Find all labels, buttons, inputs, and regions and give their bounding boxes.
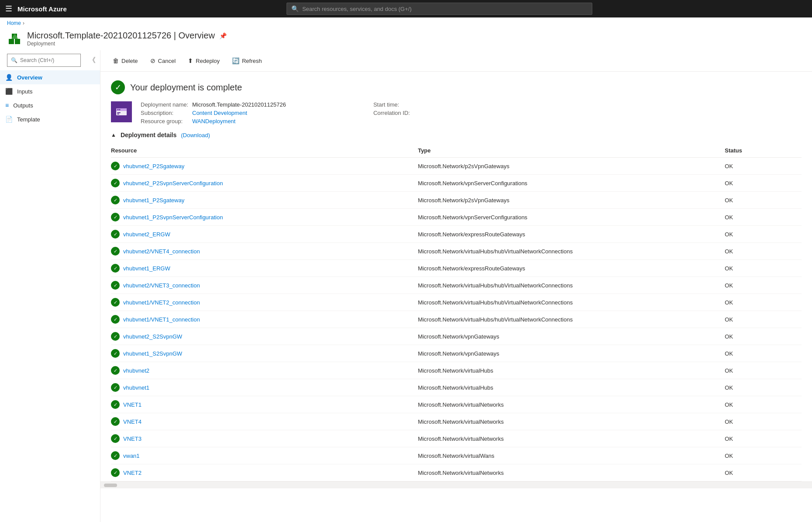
resource-link[interactable]: vhubvnet2_P2Sgateway [123, 163, 184, 169]
resource-link[interactable]: vhubvnet2_S2SvpnGW [123, 333, 182, 340]
sidebar-label-template: Template [17, 116, 40, 123]
table-row: ✓ vhubvnet1/VNET1_connection Microsoft.N… [111, 311, 802, 328]
global-search-box[interactable]: 🔍 [287, 3, 592, 15]
breadcrumb-home[interactable]: Home [7, 20, 21, 26]
type-cell: Microsoft.Network/virtualHubs/hubVirtual… [418, 243, 725, 260]
table-row: ✓ VNET4 Microsoft.Network/virtualNetwork… [111, 413, 802, 430]
bottom-scrollbar[interactable] [100, 481, 812, 488]
resource-link[interactable]: vhubvnet2_ERGW [123, 231, 170, 238]
table-row: ✓ vhubvnet1_S2SvpnGW Microsoft.Network/v… [111, 345, 802, 362]
resource-cell: ✓ VNET4 [111, 413, 418, 430]
delete-icon: 🗑 [113, 57, 119, 64]
pin-icon[interactable]: 📌 [219, 32, 227, 39]
sidebar-item-template[interactable]: 📄 Template [0, 112, 100, 126]
status-title: Your deployment is complete [130, 83, 242, 93]
svg-rect-8 [117, 112, 121, 113]
table-row: ✓ vhubvnet2/VNET4_connection Microsoft.N… [111, 243, 802, 260]
resource-icon [7, 31, 23, 47]
status-cell: OK [725, 175, 802, 192]
type-cell: Microsoft.Network/virtualHubs [418, 362, 725, 379]
status-cell: OK [725, 430, 802, 447]
sidebar-item-overview[interactable]: 👤 Overview [0, 70, 100, 84]
row-check-icon: ✓ [111, 298, 120, 307]
hamburger-menu[interactable]: ☰ [5, 4, 12, 14]
sidebar-collapse-button[interactable]: 《 [86, 54, 98, 67]
status-cell: OK [725, 345, 802, 362]
resource-title-group: Microsoft.Template-20210201125726 | Over… [27, 31, 227, 47]
resource-cell: ✓ vhubvnet1_P2Sgateway [111, 192, 418, 209]
row-check-icon: ✓ [111, 332, 120, 341]
svg-rect-0 [9, 39, 14, 44]
resource-link[interactable]: vhubvnet1/VNET1_connection [123, 316, 200, 323]
status-cell: OK [725, 362, 802, 379]
resource-link[interactable]: vwan1 [123, 453, 140, 459]
resource-link[interactable]: vhubvnet2/VNET3_connection [123, 282, 200, 289]
global-search-input[interactable] [302, 6, 587, 12]
resource-link[interactable]: vhubvnet1_P2SvpnServerConfiguration [123, 214, 223, 221]
sidebar-nav: 👤 Overview ⬛ Inputs ≡ Outputs 📄 Template [0, 70, 100, 126]
resource-cell: ✓ vwan1 [111, 447, 418, 464]
resource-link[interactable]: vhubvnet1_P2Sgateway [123, 197, 184, 204]
status-cell: OK [725, 192, 802, 209]
cancel-button[interactable]: ⊘ Cancel [145, 55, 181, 67]
resource-link[interactable]: vhubvnet1 [123, 384, 149, 391]
type-cell: Microsoft.Network/vpnServerConfiguration… [418, 209, 725, 226]
table-row: ✓ VNET3 Microsoft.Network/virtualNetwork… [111, 430, 802, 447]
redeploy-button[interactable]: ⬆ Redeploy [183, 55, 225, 67]
status-cell: OK [725, 260, 802, 277]
resource-link[interactable]: vhubvnet1_ERGW [123, 265, 170, 272]
type-cell: Microsoft.Network/vpnGateways [418, 328, 725, 345]
deployment-info: Deployment name: Microsoft.Template-2021… [100, 101, 812, 131]
collapse-icon[interactable]: ▲ [111, 132, 116, 138]
breadcrumb: Home › [0, 17, 812, 29]
resource-link[interactable]: vhubvnet2_P2SvpnServerConfiguration [123, 180, 223, 187]
row-check-icon: ✓ [111, 417, 120, 426]
meta-row-subscription: Subscription: Content Development [141, 110, 286, 116]
download-link[interactable]: (Download) [181, 132, 210, 138]
resource-cell: ✓ VNET2 [111, 464, 418, 481]
resource-link[interactable]: VNET3 [123, 436, 142, 442]
sidebar-item-inputs[interactable]: ⬛ Inputs [0, 84, 100, 98]
resource-cell: ✓ vhubvnet2/VNET3_connection [111, 277, 418, 294]
subscription-link[interactable]: Content Development [192, 110, 247, 116]
table-row: ✓ vhubvnet1_ERGW Microsoft.Network/expre… [111, 260, 802, 277]
resource-link[interactable]: vhubvnet1_S2SvpnGW [123, 350, 182, 357]
resource-cell: ✓ vhubvnet2 [111, 362, 418, 379]
table-row: ✓ vhubvnet2_P2Sgateway Microsoft.Network… [111, 158, 802, 175]
refresh-button[interactable]: 🔄 Refresh [227, 55, 267, 67]
resource-link[interactable]: VNET4 [123, 418, 142, 425]
type-cell: Microsoft.Network/virtualNetworks [418, 413, 725, 430]
resource-link[interactable]: VNET2 [123, 470, 142, 476]
resource-link[interactable]: vhubvnet2 [123, 367, 149, 374]
status-cell: OK [725, 328, 802, 345]
resource-link[interactable]: vhubvnet2/VNET4_connection [123, 248, 200, 255]
svg-rect-9 [117, 114, 119, 114]
type-cell: Microsoft.Network/expressRouteGateways [418, 226, 725, 243]
resource-link[interactable]: vhubvnet1/VNET2_connection [123, 299, 200, 306]
meta-value-name: Microsoft.Template-20210201125726 [192, 101, 286, 108]
cancel-icon: ⊘ [150, 57, 155, 64]
sidebar-item-outputs[interactable]: ≡ Outputs [0, 98, 100, 112]
type-cell: Microsoft.Network/virtualHubs/hubVirtual… [418, 294, 725, 311]
resource-group-link[interactable]: WANDeployment [192, 118, 235, 124]
resource-cell: ✓ vhubvnet1_P2SvpnServerConfiguration [111, 209, 418, 226]
type-cell: Microsoft.Network/virtualNetworks [418, 396, 725, 413]
meta-right: Start time: Correlation ID: [373, 101, 425, 124]
type-cell: Microsoft.Network/virtualNetworks [418, 430, 725, 447]
details-header-text: Deployment details [121, 131, 176, 138]
delete-button[interactable]: 🗑 Delete [107, 55, 143, 67]
status-cell: OK [725, 209, 802, 226]
deployment-meta: Deployment name: Microsoft.Template-2021… [141, 101, 286, 124]
row-check-icon: ✓ [111, 349, 120, 358]
type-cell: Microsoft.Network/expressRouteGateways [418, 260, 725, 277]
type-cell: Microsoft.Network/vpnGateways [418, 345, 725, 362]
resource-link[interactable]: VNET1 [123, 401, 142, 408]
topbar: ☰ Microsoft Azure 🔍 [0, 0, 812, 17]
status-cell: OK [725, 226, 802, 243]
meta-row-rg: Resource group: WANDeployment [141, 118, 286, 124]
status-check-icon: ✓ [111, 80, 125, 94]
sidebar-search-box[interactable]: 🔍 [7, 54, 81, 67]
row-check-icon: ✓ [111, 400, 120, 409]
table-row: ✓ vwan1 Microsoft.Network/virtualWans OK [111, 447, 802, 464]
sidebar-search-input[interactable] [20, 57, 77, 63]
